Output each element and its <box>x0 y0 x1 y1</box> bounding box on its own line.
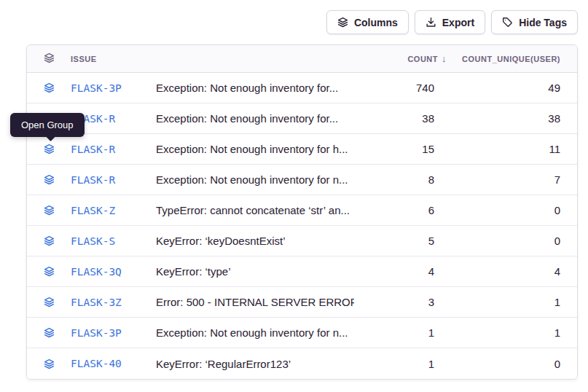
open-group-layers-icon[interactable] <box>44 205 55 216</box>
count-unique-value: 1 <box>554 326 560 339</box>
table-row: FLASK-R Exception: Not enough inventory … <box>27 134 577 165</box>
table-row: FLASK-R Exception: Not enough inventory … <box>27 103 577 134</box>
count-value: 3 <box>428 296 434 308</box>
header-count-label: COUNT <box>407 55 438 63</box>
count-unique-value: 0 <box>554 204 560 216</box>
open-group-layers-icon[interactable] <box>44 358 55 369</box>
issues-table: ISSUE COUNT ↓ COUNT_UNIQUE(USER) FLASK-3… <box>26 44 578 380</box>
count-unique-value: 7 <box>554 173 560 186</box>
table-body: FLASK-3P Exception: Not enough inventory… <box>27 73 577 379</box>
issue-message: Exception: Not enough inventory for n... <box>156 326 354 339</box>
table-row: FLASK-3Q KeyError: ‘type’ 4 4 <box>27 256 577 287</box>
count-value: 5 <box>428 235 434 247</box>
table-row: FLASK-40 KeyError: ‘RegularError123’ 1 0 <box>27 348 577 379</box>
tag-icon <box>502 17 513 28</box>
issue-message: Exception: Not enough inventory for n... <box>156 173 354 186</box>
issue-link[interactable]: FLASK-R <box>71 174 156 186</box>
table-row: FLASK-Z TypeError: cannot concatenate ‘s… <box>27 195 577 226</box>
columns-button[interactable]: Columns <box>326 10 409 34</box>
issue-link[interactable]: FLASK-R <box>71 144 156 155</box>
count-unique-value: 11 <box>549 143 560 155</box>
issue-link[interactable]: FLASK-40 <box>71 358 156 369</box>
issue-link[interactable]: FLASK-3P <box>71 327 156 339</box>
issue-message: TypeError: cannot concatenate ‘str’ an..… <box>156 204 354 216</box>
table-row: FLASK-3P Exception: Not enough inventory… <box>27 318 577 348</box>
layers-icon <box>44 52 55 65</box>
table-row: FLASK-3Z Error: 500 - INTERNAL SERVER ER… <box>27 287 577 318</box>
header-count-unique-column[interactable]: COUNT_UNIQUE(USER) <box>462 55 560 63</box>
hide-tags-button-label: Hide Tags <box>519 17 567 28</box>
issue-link[interactable]: FLASK-Z <box>71 205 156 216</box>
count-value: 1 <box>428 358 434 370</box>
issue-message: KeyError: ‘RegularError123’ <box>156 358 354 370</box>
open-group-layers-icon[interactable] <box>44 235 55 246</box>
count-unique-value: 0 <box>554 358 560 370</box>
table-row: FLASK-3P Exception: Not enough inventory… <box>27 73 577 103</box>
table-row: FLASK-R Exception: Not enough inventory … <box>27 165 577 195</box>
hide-tags-button[interactable]: Hide Tags <box>491 10 578 34</box>
count-value: 6 <box>428 204 434 216</box>
export-button[interactable]: Export <box>415 10 485 34</box>
issue-message: KeyError: ‘type’ <box>156 265 354 278</box>
header-issue-column[interactable]: ISSUE <box>71 55 354 63</box>
issue-link[interactable]: FLASK-3Q <box>71 266 156 278</box>
open-group-layers-icon[interactable] <box>44 266 55 277</box>
open-group-layers-icon[interactable] <box>44 82 55 93</box>
count-value: 4 <box>428 265 434 278</box>
table-header: ISSUE COUNT ↓ COUNT_UNIQUE(USER) <box>27 45 577 73</box>
issue-message: KeyError: ‘keyDoesntExist’ <box>156 235 354 247</box>
count-unique-value: 49 <box>548 82 560 94</box>
layers-icon <box>337 17 348 28</box>
columns-button-label: Columns <box>354 17 398 28</box>
count-value: 740 <box>416 82 434 94</box>
table-row: FLASK-S KeyError: ‘keyDoesntExist’ 5 0 <box>27 226 577 256</box>
count-value: 1 <box>428 326 434 339</box>
count-value: 8 <box>428 173 434 186</box>
open-group-layers-icon[interactable] <box>44 174 55 185</box>
issue-link[interactable]: FLASK-S <box>71 235 156 247</box>
open-group-tooltip: Open Group <box>10 113 85 137</box>
issue-link[interactable]: FLASK-3Z <box>71 297 156 308</box>
open-group-layers-icon[interactable] <box>44 327 55 338</box>
issue-message: Exception: Not enough inventory for h... <box>156 143 354 155</box>
count-unique-value: 0 <box>554 235 560 247</box>
export-button-label: Export <box>442 17 474 28</box>
header-count-column[interactable]: COUNT ↓ <box>407 54 447 63</box>
issue-message: Error: 500 - INTERNAL SERVER ERROR <box>156 296 354 308</box>
count-unique-value: 4 <box>554 265 560 278</box>
sort-descending-icon: ↓ <box>442 54 447 63</box>
issue-message: Exception: Not enough inventory for... <box>156 82 354 94</box>
tooltip-label: Open Group <box>21 119 74 130</box>
toolbar: Columns Export Hide Tags <box>326 10 578 34</box>
count-unique-value: 1 <box>554 296 560 308</box>
count-value: 38 <box>422 112 434 125</box>
issue-link[interactable]: FLASK-3P <box>71 82 156 94</box>
count-value: 15 <box>422 143 434 155</box>
issue-message: Exception: Not enough inventory for... <box>156 112 354 125</box>
open-group-layers-icon[interactable] <box>44 144 55 154</box>
count-unique-value: 38 <box>548 112 560 125</box>
open-group-layers-icon[interactable] <box>44 297 55 307</box>
download-icon <box>426 17 436 28</box>
